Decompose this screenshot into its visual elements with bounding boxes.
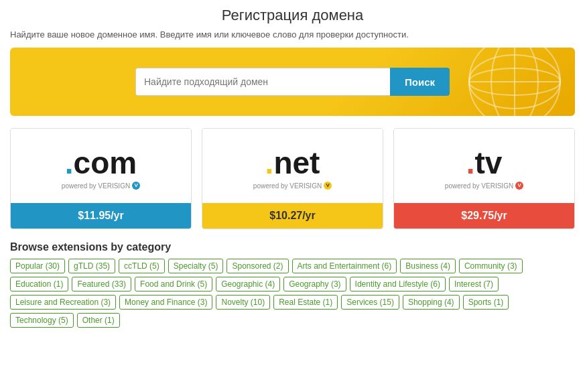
category-tag[interactable]: Real Estate (1)	[273, 295, 338, 310]
category-tag[interactable]: Featured (33)	[72, 277, 131, 291]
verisign-badge-tv: V	[515, 182, 523, 190]
domain-price-com: $11.95/yr	[11, 203, 191, 228]
dot-tv: .	[466, 145, 475, 180]
category-tag[interactable]: gTLD (35)	[68, 259, 115, 273]
domain-price-tv: $29.75/yr	[394, 203, 574, 228]
domain-card-net[interactable]: .net powered by VERISIGN V $10.27/yr	[202, 128, 383, 229]
category-tag[interactable]: Sports (1)	[463, 295, 509, 310]
verisign-badge-net: V	[324, 182, 332, 190]
category-tag[interactable]: Arts and Entertainment (6)	[292, 259, 397, 273]
search-button[interactable]: Поиск	[390, 68, 450, 96]
category-heading: Browse extensions by category	[10, 241, 575, 253]
domain-card-body-tv: .tv powered by VERISIGN V	[394, 129, 574, 203]
domain-card-body-com: .com powered by VERISIGN V	[11, 129, 191, 203]
category-tag[interactable]: Community (3)	[459, 259, 523, 273]
search-form: Поиск	[135, 68, 450, 96]
domain-card-com[interactable]: .com powered by VERISIGN V $11.95/yr	[10, 128, 192, 229]
category-tag[interactable]: Education (1)	[10, 277, 68, 291]
category-tag[interactable]: Geography (3)	[283, 277, 346, 291]
dot-com: .	[65, 145, 74, 180]
category-tag[interactable]: Interest (7)	[449, 277, 499, 291]
powered-by-tv: powered by VERISIGN V	[445, 182, 523, 190]
domain-card-body-net: .net powered by VERISIGN V	[202, 129, 383, 203]
powered-by-net: powered by VERISIGN V	[253, 182, 332, 190]
category-tag[interactable]: Money and Finance (3)	[119, 295, 212, 310]
domain-name-tv: .tv	[466, 147, 503, 178]
powered-by-com: powered by VERISIGN V	[62, 182, 140, 190]
category-tag[interactable]: Popular (30)	[10, 259, 65, 273]
domain-name-com: .com	[65, 147, 137, 178]
page-title: Регистрация домена	[10, 7, 575, 24]
category-tag[interactable]: Sponsored (2)	[226, 259, 288, 273]
category-tags: Popular (30)gTLD (35)ccTLD (5)Specialty …	[10, 259, 575, 328]
domain-card-tv[interactable]: .tv powered by VERISIGN V $29.75/yr	[393, 128, 575, 229]
dot-net: .	[265, 145, 274, 180]
category-tag[interactable]: Food and Drink (5)	[135, 277, 212, 291]
verisign-badge-com: V	[132, 182, 140, 190]
category-tag[interactable]: Identity and Lifestyle (6)	[350, 277, 446, 291]
domain-cards: .com powered by VERISIGN V $11.95/yr .ne…	[10, 128, 575, 229]
category-section: Browse extensions by category Popular (3…	[10, 241, 575, 328]
category-tag[interactable]: Specialty (5)	[168, 259, 224, 273]
globe-icon	[468, 48, 562, 116]
domain-price-net: $10.27/yr	[202, 203, 383, 228]
category-tag[interactable]: Other (1)	[77, 313, 120, 328]
category-tag[interactable]: Novelty (10)	[216, 295, 270, 310]
category-tag[interactable]: Technology (5)	[10, 313, 74, 328]
search-banner: Поиск	[10, 48, 575, 116]
page-subtitle: Найдите ваше новое доменное имя. Введите…	[10, 29, 575, 40]
category-tag[interactable]: ccTLD (5)	[119, 259, 165, 273]
domain-name-net: .net	[265, 147, 320, 178]
search-input[interactable]	[135, 68, 390, 96]
category-tag[interactable]: Geographic (4)	[216, 277, 280, 291]
category-tag[interactable]: Leisure and Recreation (3)	[10, 295, 116, 310]
category-tag[interactable]: Shopping (4)	[403, 295, 460, 310]
category-tag[interactable]: Business (4)	[400, 259, 456, 273]
category-tag[interactable]: Services (15)	[341, 295, 399, 310]
